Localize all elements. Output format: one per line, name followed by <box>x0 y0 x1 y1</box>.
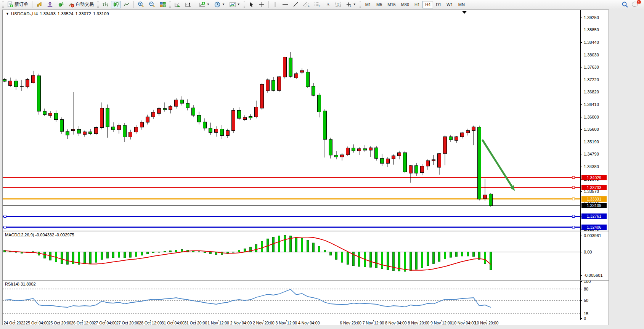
candle <box>243 115 247 120</box>
macd-histogram-bar <box>112 252 114 258</box>
profile-button[interactable] <box>45 1 55 8</box>
timeframe-button-h4[interactable]: H4 <box>422 1 433 8</box>
timeframe-button-m15[interactable]: M15 <box>385 1 398 8</box>
timeframe-button-h1[interactable]: H1 <box>412 1 422 8</box>
macd-histogram-bar <box>467 252 469 256</box>
indicators-button[interactable]: ▼ <box>197 1 212 8</box>
trendline-tool-button[interactable] <box>291 1 300 8</box>
crosshair-tool-button[interactable] <box>257 1 267 8</box>
toolbar-right: 1 <box>622 1 642 8</box>
macd-histogram-bar <box>450 252 452 257</box>
chevron-down-icon: ▼ <box>207 3 210 6</box>
fibonacci-tool-button[interactable]: F <box>312 1 323 8</box>
candlestick-chart-button[interactable] <box>111 1 121 8</box>
candle <box>49 111 52 118</box>
line-handle[interactable] <box>572 215 575 217</box>
macd-histogram-bar <box>416 252 418 270</box>
rsi-plot-area[interactable] <box>3 281 581 320</box>
macd-histogram-bar <box>141 252 143 255</box>
macd-histogram-bar <box>484 252 486 263</box>
candle <box>198 112 201 125</box>
price-tick-label: 1.34790 <box>584 152 599 156</box>
macd-histogram-bar <box>204 252 206 253</box>
arrows-tool-button[interactable]: ▼ <box>344 1 358 8</box>
line-handle[interactable] <box>572 198 575 200</box>
line-handle[interactable] <box>4 226 6 228</box>
bar-chart-button[interactable] <box>100 1 110 8</box>
signal-button[interactable] <box>56 1 66 8</box>
timeframe-button-m5[interactable]: M5 <box>374 1 385 8</box>
zoom-in-button[interactable] <box>136 1 146 8</box>
chart-shift-marker-icon[interactable] <box>462 11 467 14</box>
line-chart-button[interactable] <box>122 1 132 8</box>
time-tick-label: 2 Nov 04:00 <box>230 321 252 325</box>
macd-histogram-bar <box>130 252 132 257</box>
rsi-line <box>5 289 491 307</box>
chart-window: ▼ USDCAD-,H4 1.33493 1.33524 1.33072 1.3… <box>2 10 609 325</box>
bar-chart-icon <box>102 2 108 8</box>
equidistant-channel-tool-button[interactable]: E <box>301 1 312 8</box>
macd-axis[interactable]: 0.0039610.00-0.005601 <box>581 231 609 280</box>
cursor-tool-button[interactable] <box>247 1 256 8</box>
price-tick-mark <box>581 104 582 105</box>
rsi-label: RSI(14) 31.8002 <box>5 282 36 286</box>
chart-shift-button[interactable] <box>183 1 193 8</box>
candle <box>438 153 441 175</box>
candle <box>55 110 58 122</box>
candle <box>163 103 167 112</box>
auto-scroll-button[interactable] <box>172 1 182 8</box>
svg-text:A: A <box>326 2 330 7</box>
alert-sound-button[interactable] <box>34 1 44 8</box>
line-handle[interactable] <box>4 215 6 217</box>
macd-histogram-bar <box>301 238 303 252</box>
line-handle[interactable] <box>572 177 575 179</box>
timeframe-button-m1[interactable]: M1 <box>363 1 374 8</box>
autotrading-button[interactable]: 自动交易 <box>66 1 96 8</box>
macd-histogram-bar <box>118 252 120 257</box>
search-button[interactable] <box>622 1 628 8</box>
megaphone-icon <box>36 2 42 8</box>
macd-histogram-bar <box>296 237 297 252</box>
macd-chart <box>3 231 581 280</box>
autotrading-icon <box>68 2 74 8</box>
time-tick-label: 7 Nov 12:00 <box>363 321 384 325</box>
time-tick-label: 4 Nov 04:00 <box>298 321 320 325</box>
macd-histogram-bar <box>444 252 446 259</box>
macd-plot-area[interactable] <box>3 231 581 280</box>
time-axis[interactable]: 24 Oct 202225 Oct 04:0025 Oct 20:0026 Oc… <box>3 320 609 325</box>
symbol-dropdown-icon[interactable]: ▼ <box>6 12 9 16</box>
chat-button[interactable]: 1 <box>631 1 639 8</box>
price-axis[interactable]: 1.392501.388501.384401.380301.376301.372… <box>581 10 609 231</box>
candle <box>226 129 230 138</box>
template-icon <box>230 2 236 8</box>
tile-windows-button[interactable] <box>158 1 168 8</box>
text-tool-button[interactable]: A <box>323 1 332 8</box>
line-handle[interactable] <box>572 186 575 189</box>
vertical-line-tool-button[interactable] <box>271 1 279 8</box>
zoom-out-button[interactable] <box>147 1 157 8</box>
line-handle[interactable] <box>572 226 575 228</box>
candle <box>117 124 121 134</box>
rsi-axis[interactable]: 1008050150 <box>581 281 609 320</box>
macd-histogram-bar <box>15 252 17 252</box>
periods-button[interactable]: ▼ <box>212 1 227 8</box>
horizontal-line-tool-button[interactable] <box>280 1 290 8</box>
timeframe-button-w1[interactable]: W1 <box>444 1 456 8</box>
price-plot-area[interactable] <box>3 10 581 231</box>
macd-tick-mark <box>581 275 582 276</box>
new-order-button[interactable]: 新订单 <box>5 1 30 8</box>
candle <box>392 154 395 165</box>
text-label-tool-button[interactable]: T <box>333 1 343 8</box>
svg-text:T: T <box>337 2 339 6</box>
macd-histogram-bar <box>107 252 109 258</box>
candle <box>472 126 475 145</box>
templates-button[interactable]: ▼ <box>228 1 242 8</box>
timeframe-button-m30[interactable]: M30 <box>398 1 412 8</box>
timeframe-button-d1[interactable]: D1 <box>433 1 444 8</box>
candle <box>358 147 361 155</box>
candle <box>489 193 493 207</box>
timeframe-button-mn[interactable]: MN <box>456 1 467 8</box>
trend-arrow[interactable] <box>483 140 515 191</box>
chart-header[interactable]: ▼ USDCAD-,H4 1.33493 1.33524 1.33072 1.3… <box>6 11 109 16</box>
candle <box>289 52 292 78</box>
